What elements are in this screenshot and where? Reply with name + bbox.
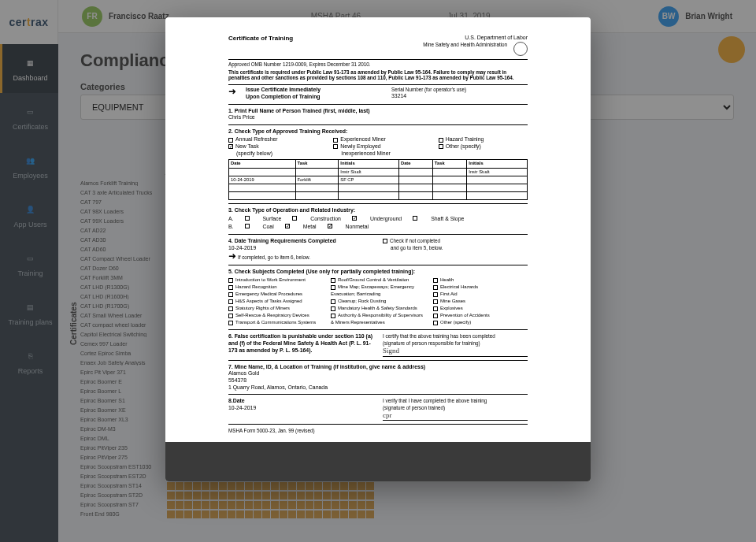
- section-5: 5. Check Subjects Completed (Use only fo…: [228, 269, 415, 274]
- section-4: 4. Date Training Requirements Completed1…: [228, 238, 528, 262]
- subjects-columns: Introduction to Work EnvironmentHazard R…: [228, 277, 528, 326]
- certificate-modal: Certificate of Training U.S. Department …: [165, 17, 591, 481]
- doc-title: Certificate of Training: [228, 35, 293, 43]
- form-footer: MSHA Form 5000-23, Jan. 99 (revised): [228, 428, 528, 434]
- modal-overlay[interactable]: Certificate of Training U.S. Department …: [0, 0, 756, 542]
- certificate-document: Certificate of Training U.S. Department …: [165, 17, 591, 434]
- issue-row: ➜ Issue Certificate Immediately Upon Com…: [228, 87, 528, 100]
- training-table: DateTaskInitialsDateTaskInitials Instr S…: [228, 159, 528, 200]
- arrow-icon: ➜: [228, 87, 236, 100]
- dol-seal-icon: [513, 42, 528, 56]
- section-7: 7. Mine Name, ID, & Location of Training…: [228, 364, 528, 392]
- section-2: 2. Check Type of Approved Training Recei…: [228, 128, 347, 134]
- doc-dept: U.S. Department of LaborMine Safety and …: [423, 35, 528, 56]
- section-8: 8.Date10-24-2019 I verify that I have co…: [228, 398, 528, 421]
- section-1: 1. Print Full Name of Person Trained (fi…: [228, 108, 370, 113]
- warning-text: This certificate is required under Publi…: [228, 69, 528, 82]
- section-3: 3. Check Type of Operation and Related I…: [228, 207, 355, 213]
- omb-line: Approved OMB Number 1219-0009, Expires D…: [228, 61, 528, 68]
- section-6: 6. False certification is punishable und…: [228, 333, 528, 356]
- modal-footer: [165, 442, 591, 481]
